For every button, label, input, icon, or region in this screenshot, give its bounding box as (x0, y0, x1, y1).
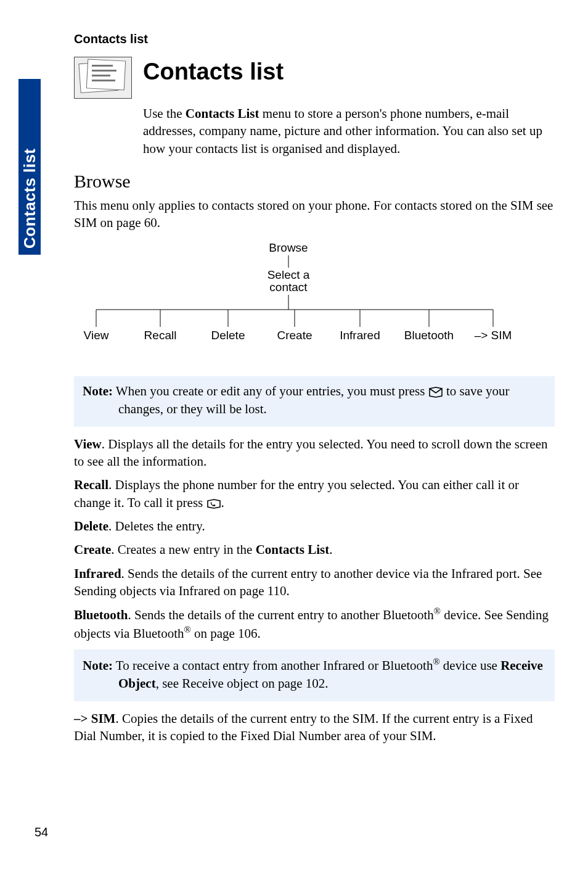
note2-label: Note: (83, 658, 113, 673)
para-create: Create. Creates a new entry in the Conta… (74, 541, 555, 558)
diagram-leaf-bluetooth: Bluetooth (404, 329, 454, 342)
diagram-mid-line2: contact (269, 281, 308, 294)
para-sim: –> SIM. Copies the details of the curren… (74, 710, 555, 745)
infrared-label: Infrared (74, 566, 121, 581)
browse-tree-diagram: .t { font-family: Arial, Helvetica, sans… (74, 241, 555, 358)
envelope-key-icon (428, 387, 443, 398)
bluetooth-text-a: . Sends the details of the current entry… (128, 607, 434, 622)
create-text-b: . (329, 542, 332, 557)
para-recall: Recall. Displays the phone number for th… (74, 476, 555, 511)
diagram-leaf-view: View (84, 329, 109, 342)
recall-text-a: . Displays the phone number for the entr… (74, 477, 519, 509)
delete-label: Delete (74, 519, 108, 533)
create-text-a: . Creates a new entry in the (111, 542, 255, 557)
intro-text-1: Use the (143, 106, 186, 121)
chapter-icon (74, 57, 132, 99)
intro-bold-contacts-list: Contacts List (186, 106, 259, 121)
manual-page: Contacts list Contacts list Contacts lis… (0, 0, 588, 869)
delete-text: . Deletes the entry. (108, 519, 205, 533)
registered-mark-3: ® (433, 657, 439, 667)
intro-paragraph: Use the Contacts List menu to store a pe… (74, 105, 555, 157)
para-infrared: Infrared. Sends the details of the curre… (74, 565, 555, 600)
sidebar: Contacts list (0, 0, 46, 789)
bluetooth-text-c: on page 106. (191, 626, 261, 641)
note1-text-a: When you create or edit any of your entr… (113, 384, 428, 398)
para-view: View. Displays all the details for the e… (74, 435, 555, 471)
diagram-leaf-sim: –> SIM (475, 329, 512, 342)
note2-text-c: , see Receive object on page 102. (156, 676, 329, 691)
diagram-leaf-create: Create (277, 329, 312, 342)
registered-mark-1: ® (434, 606, 441, 616)
note2-text-a: To receive a contact entry from another … (113, 658, 433, 673)
section-heading-browse: Browse (74, 171, 555, 192)
page-title: Contacts list (143, 59, 284, 85)
view-label: View (74, 437, 102, 451)
sidebar-label: Contacts list (18, 85, 41, 249)
sim-label: –> SIM (74, 711, 115, 726)
para-delete: Delete. Deletes the entry. (74, 517, 555, 535)
page-number: 54 (35, 825, 48, 839)
note-label: Note: (83, 384, 113, 398)
recall-text-b: . (221, 495, 224, 510)
diagram-root: Browse (269, 241, 308, 254)
diagram-leaf-infrared: Infrared (340, 329, 380, 342)
running-head: Contacts list (74, 32, 148, 46)
create-label: Create (74, 542, 111, 557)
bluetooth-label: Bluetooth (74, 607, 128, 622)
note-box-save: Note: When you create or edit any of you… (74, 376, 555, 427)
diagram-leaf-delete: Delete (211, 329, 245, 342)
note-box-receive: Note: To receive a contact entry from an… (74, 649, 555, 701)
content-area: Contacts list Use the Contacts List menu… (74, 57, 555, 751)
create-bold: Contacts List (256, 542, 330, 557)
note2-text-b: device use (440, 658, 501, 673)
diagram-leaf-recall: Recall (144, 329, 177, 342)
browse-intro: This menu only applies to contacts store… (74, 197, 555, 232)
diagram-mid-line1: Select a (267, 268, 310, 281)
infrared-text: . Sends the details of the current entry… (74, 566, 542, 598)
sim-text: . Copies the details of the current entr… (74, 711, 533, 743)
para-bluetooth: Bluetooth. Sends the details of the curr… (74, 606, 555, 642)
call-key-icon (206, 498, 221, 509)
registered-mark-2: ® (184, 625, 190, 635)
view-text: . Displays all the details for the entry… (74, 437, 547, 469)
recall-label: Recall (74, 477, 108, 492)
